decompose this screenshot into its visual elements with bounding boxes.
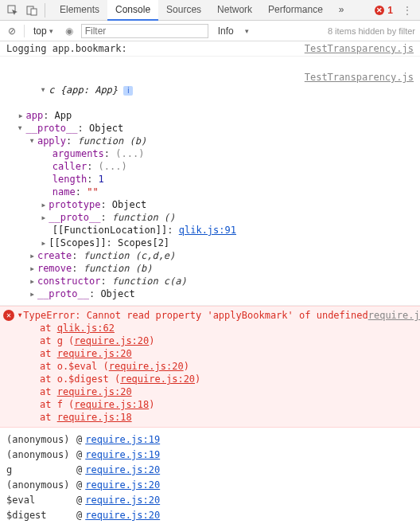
source-link[interactable]: require.js:20 <box>57 348 132 359</box>
prop-value[interactable]: Object <box>100 288 134 299</box>
disclosure-triangle[interactable] <box>41 198 49 211</box>
prop-value[interactable]: function (c,d,e) <box>84 250 176 261</box>
devtools-menu-icon[interactable]: ⋮ <box>398 1 417 20</box>
at-symbol: @ <box>76 479 82 491</box>
source-link[interactable]: require.js:20 <box>85 463 160 476</box>
prop-value[interactable]: (...) <box>115 148 144 159</box>
console-error: ✕ TypeError: Cannot read property 'apply… <box>0 306 420 428</box>
source-link[interactable]: require.js:20 <box>85 479 160 491</box>
divider <box>45 3 45 18</box>
disclosure-triangle[interactable] <box>18 122 25 135</box>
disclosure-triangle[interactable] <box>29 287 37 300</box>
tab-elements[interactable]: Elements <box>52 0 107 21</box>
prop-key: [[Scopes]] <box>49 237 106 248</box>
stack-frame: at require.js:20 <box>3 347 414 360</box>
disclosure-triangle[interactable] <box>18 109 25 122</box>
error-icon: ✕ <box>375 6 384 15</box>
prop-value: 1 <box>99 174 104 185</box>
tab-console[interactable]: Console <box>107 0 158 21</box>
device-toggle-icon[interactable] <box>22 1 41 20</box>
prop-key: length <box>52 174 87 185</box>
prop-value: "" <box>87 186 98 197</box>
source-link[interactable]: require.js:20 <box>57 386 132 397</box>
stack-frame: at qlik.js:62 <box>3 322 414 334</box>
context-selector[interactable]: top ▾ <box>29 23 57 39</box>
tab-sources[interactable]: Sources <box>158 0 209 21</box>
source-link[interactable]: require.js:20 <box>120 373 195 385</box>
prop-key: arguments <box>52 148 104 159</box>
disclosure-triangle[interactable] <box>29 135 37 147</box>
prop-key: app <box>25 110 43 121</box>
source-link[interactable]: TestTransparency.js <box>305 71 414 84</box>
stack-frame: at o.$eval (require.js:20) <box>3 360 414 373</box>
source-link[interactable]: require.js:19 <box>85 433 160 446</box>
eye-icon[interactable]: ◉ <box>62 25 76 37</box>
object-summary[interactable]: c {app: App} <box>49 84 118 96</box>
stack-function: (anonymous) <box>6 433 76 446</box>
source-link[interactable]: qlik.js:62 <box>57 323 115 334</box>
at-symbol: @ <box>76 509 82 522</box>
at-symbol: @ <box>76 448 82 461</box>
filter-input[interactable] <box>81 24 208 38</box>
chevron-down-icon: ▾ <box>245 27 249 35</box>
stack-frame: at f (require.js:18) <box>3 398 414 411</box>
source-link[interactable]: require.js:19 <box>85 448 160 461</box>
disclosure-triangle[interactable] <box>41 211 49 224</box>
source-link[interactable]: require.js:18 <box>74 399 149 410</box>
stack-function: g <box>6 463 76 476</box>
disclosure-triangle[interactable] <box>29 249 37 262</box>
stack-frame: at g (require.js:20) <box>3 334 414 347</box>
source-link[interactable]: qlik.js:91 <box>179 225 236 236</box>
prop-value[interactable]: function () <box>112 212 175 223</box>
source-link[interactable]: require.js:20 <box>85 509 160 522</box>
inspect-icon[interactable] <box>3 1 22 20</box>
disclosure-triangle[interactable] <box>29 262 37 275</box>
disclosure-triangle[interactable] <box>29 275 37 287</box>
prop-value[interactable]: function (b) <box>84 263 153 274</box>
log-text: Logging app.bookmark: <box>6 42 305 55</box>
divider <box>24 25 25 37</box>
source-link[interactable]: require.js <box>368 309 420 322</box>
info-icon[interactable]: i <box>123 86 133 96</box>
error-count-badge[interactable]: ✕ 1 <box>370 5 398 16</box>
prop-key: name <box>52 186 76 197</box>
disclosure-triangle[interactable] <box>18 309 23 322</box>
console-message: Logging app.bookmark: TestTransparency.j… <box>0 41 420 57</box>
tab-network[interactable]: Network <box>209 0 260 21</box>
tabs-overflow[interactable]: » <box>331 0 352 21</box>
stack-row: $eval@require.js:20 <box>6 494 414 506</box>
log-level-selector[interactable]: Info ▾ <box>213 25 254 37</box>
clear-console-icon[interactable]: ⊘ <box>5 25 19 37</box>
prop-value[interactable]: function c(a) <box>112 276 187 287</box>
prop-value[interactable]: Object <box>89 123 123 134</box>
prop-key: constructor <box>37 276 100 287</box>
prop-value[interactable]: Object <box>112 199 146 210</box>
disclosure-triangle[interactable] <box>41 237 49 249</box>
error-count: 1 <box>387 5 393 16</box>
prop-key: remove <box>37 263 72 274</box>
prop-value[interactable]: function (b) <box>77 135 146 147</box>
at-symbol: @ <box>76 494 82 506</box>
disclosure-triangle[interactable] <box>41 84 49 96</box>
stack-function: (anonymous) <box>6 448 76 461</box>
source-link[interactable]: require.js:20 <box>74 335 149 346</box>
prop-key: caller <box>52 161 87 172</box>
prop-key: __proto__ <box>49 212 100 223</box>
stack-trace: (anonymous)@require.js:19(anonymous)@req… <box>0 428 420 524</box>
tab-performance[interactable]: Performance <box>260 0 331 21</box>
stack-row: g@require.js:20 <box>6 463 414 476</box>
object-tree: TestTransparency.js c {app: App} i app: … <box>0 57 420 306</box>
source-link[interactable]: require.js:20 <box>109 361 184 372</box>
stack-function: $eval <box>6 494 76 506</box>
chevron-down-icon: ▾ <box>49 27 53 35</box>
prop-value[interactable]: (...) <box>99 161 127 172</box>
prop-key: create <box>37 250 72 261</box>
source-link[interactable]: require.js:20 <box>85 494 160 506</box>
prop-key: prototype <box>49 199 100 210</box>
at-symbol: @ <box>76 463 82 476</box>
prop-key: __proto__ <box>37 288 89 299</box>
prop-value[interactable]: Scopes[2] <box>118 237 169 248</box>
source-link[interactable]: TestTransparency.js <box>305 42 414 55</box>
prop-value[interactable]: App <box>55 110 72 121</box>
source-link[interactable]: require.js:18 <box>57 412 132 423</box>
